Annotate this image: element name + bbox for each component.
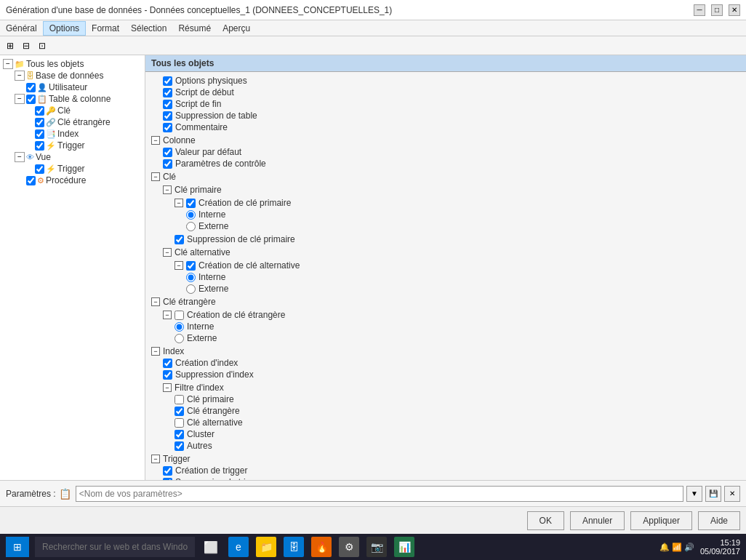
cb-creation-index[interactable]	[163, 359, 172, 368]
expand-cle[interactable]: −	[151, 172, 160, 181]
cb-script-fin[interactable]	[163, 100, 172, 109]
taskbar-tray-icons: 🔔 📶 🔊	[659, 543, 694, 552]
tree-item-key[interactable]: 🔑 Clé	[0, 105, 145, 116]
cb-filtre-autres[interactable]	[175, 441, 184, 451]
expand-cle-alternative[interactable]: −	[163, 248, 172, 257]
label-cle-alternative: Clé alternative	[175, 247, 230, 257]
taskbar-app-store[interactable]: 🗄	[284, 537, 304, 557]
tree-item-user[interactable]: 👤 Utilisateur	[0, 81, 145, 93]
params-input[interactable]	[76, 486, 683, 502]
expand-creation-cle-etrangere[interactable]: −	[163, 311, 172, 319]
table-checkbox[interactable]	[26, 95, 36, 104]
cb-filtre-cle-primaire[interactable]	[175, 395, 184, 404]
toolbar-option3[interactable]: ⊡	[35, 39, 49, 53]
index-checkbox[interactable]	[35, 129, 44, 139]
proc-checkbox[interactable]	[26, 176, 36, 185]
radio-interne-etrangere: Interne	[175, 321, 740, 332]
trigger1-checkbox[interactable]	[35, 141, 44, 151]
menu-general[interactable]: Général	[0, 22, 43, 35]
tree-item-db[interactable]: − 🗄 Base de données	[0, 70, 145, 81]
menu-format[interactable]: Format	[86, 22, 125, 35]
taskbar-app-task-view[interactable]: ⬜	[201, 537, 221, 557]
tree-item-fkey[interactable]: 🔗 Clé étrangère	[0, 116, 145, 128]
tree-db-expand[interactable]: −	[15, 71, 25, 81]
toolbar-expand-all[interactable]: ⊞	[3, 39, 17, 53]
section-index: − Index Création d'index Suppression d'i…	[151, 345, 740, 452]
taskbar-app-camera[interactable]: 📷	[366, 537, 387, 557]
expand-trigger[interactable]: −	[151, 455, 160, 463]
cb-creation-trigger[interactable]	[163, 466, 172, 476]
tree-item-proc[interactable]: ⚙ Procédure	[0, 175, 145, 186]
cb-creation-cle-alternative[interactable]	[186, 261, 196, 271]
start-button[interactable]: ⊞	[6, 537, 29, 557]
expand-index[interactable]: −	[151, 347, 160, 356]
tree-item-trigger1[interactable]: ⚡ Trigger	[0, 140, 145, 151]
trigger2-checkbox[interactable]	[35, 164, 44, 174]
minimize-button[interactable]: ─	[694, 4, 705, 16]
user-checkbox[interactable]	[26, 83, 36, 92]
cb-suppression-table[interactable]	[163, 111, 172, 121]
taskbar-app-edge[interactable]: e	[228, 537, 249, 557]
radio-externe-etrangere-input[interactable]	[175, 334, 184, 343]
expand-creation-cle-primaire[interactable]: −	[175, 199, 183, 207]
expand-filtre-index[interactable]: −	[163, 383, 172, 392]
tree-root[interactable]: − 📁 Tous les objets	[0, 58, 145, 70]
tree-db-label: Base de données	[36, 71, 103, 81]
expand-colonne[interactable]: −	[151, 136, 160, 145]
tree-item-vue[interactable]: − 👁 Vue	[0, 151, 145, 163]
maximize-button[interactable]: □	[711, 4, 723, 16]
cancel-button[interactable]: Annuler	[570, 511, 625, 530]
tree-item-table[interactable]: − 📋 Table & colonne	[0, 93, 145, 105]
cb-valeur-defaut[interactable]	[163, 148, 172, 157]
menu-apercu[interactable]: Aperçu	[217, 22, 256, 35]
section-cle-primaire: − Clé primaire − Création de clé primair…	[163, 184, 740, 245]
apply-button[interactable]: Appliquer	[630, 511, 692, 530]
radio-externe-alternative: Externe	[186, 283, 740, 295]
menu-selection[interactable]: Sélection	[125, 22, 172, 35]
taskbar-app-chart[interactable]: 📊	[394, 537, 414, 557]
tree-root-expand[interactable]: −	[3, 59, 13, 69]
cb-options-physiques[interactable]	[163, 76, 172, 86]
cb-suppression-index[interactable]	[163, 370, 172, 380]
params-delete-btn[interactable]: ✕	[724, 486, 740, 502]
cb-creation-cle-primaire[interactable]	[186, 199, 196, 208]
toolbar-collapse-all[interactable]: ⊟	[19, 39, 33, 53]
close-button[interactable]: ✕	[729, 4, 740, 16]
section-creation-cle-primaire: − Création de clé primaire Interne	[175, 197, 740, 232]
expand-creation-cle-alternative[interactable]: −	[175, 261, 183, 270]
cb-script-debut[interactable]	[163, 88, 172, 97]
tree-table-expand[interactable]: −	[15, 94, 25, 104]
taskbar-app-settings[interactable]: ⚙	[339, 537, 359, 557]
radio-externe-primaire-input[interactable]	[186, 222, 196, 231]
radio-interne-alt-input[interactable]	[186, 273, 196, 282]
tree-item-index[interactable]: 📑 Index	[0, 128, 145, 140]
menu-options[interactable]: Options	[43, 21, 86, 36]
label-externe-alternative: Externe	[198, 284, 228, 294]
taskbar-app-explorer[interactable]: 📁	[256, 537, 276, 557]
radio-interne-etrangere-input[interactable]	[175, 322, 184, 332]
cb-parametres-controle[interactable]	[163, 159, 172, 169]
radio-externe-alt-input[interactable]	[186, 284, 196, 294]
content-header: Tous les objets	[145, 55, 746, 72]
taskbar-search[interactable]	[35, 537, 195, 557]
radio-interne-primaire-input[interactable]	[186, 210, 196, 220]
menu-resume[interactable]: Résumé	[172, 22, 217, 35]
help-button[interactable]: Aide	[698, 511, 740, 530]
expand-cle-primaire[interactable]: −	[163, 185, 172, 194]
tree-item-trigger2[interactable]: ⚡ Trigger	[0, 163, 145, 175]
cb-creation-cle-etrangere[interactable]	[175, 311, 184, 320]
ok-button[interactable]: OK	[527, 511, 564, 530]
cb-filtre-cle-etrangere[interactable]	[175, 407, 184, 416]
fkey-checkbox[interactable]	[35, 118, 44, 127]
cb-filtre-cluster[interactable]	[175, 430, 184, 439]
expand-cle-etrangere[interactable]: −	[151, 297, 160, 306]
tree-vue-expand[interactable]: −	[15, 152, 25, 162]
cb-suppression-trigger[interactable]	[163, 478, 172, 481]
params-save-btn[interactable]: 💾	[705, 486, 721, 502]
cb-suppression-cle-primaire[interactable]	[175, 235, 184, 244]
cb-commentaire[interactable]	[163, 123, 172, 132]
params-dropdown-btn[interactable]: ▼	[686, 486, 702, 502]
taskbar-app-firefox[interactable]: 🔥	[311, 537, 332, 557]
cb-filtre-cle-alternative[interactable]	[175, 418, 184, 428]
key-checkbox[interactable]	[35, 106, 44, 116]
